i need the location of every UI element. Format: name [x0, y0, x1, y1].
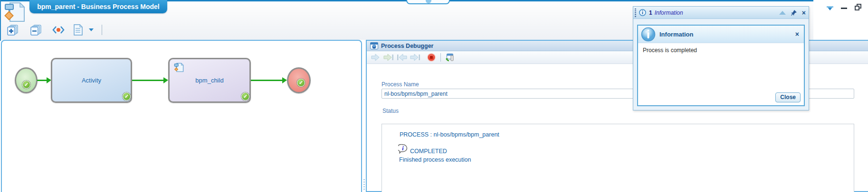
notification-title: Information [655, 9, 683, 16]
end-event-node[interactable]: ✓ [287, 67, 311, 93]
information-message: Process is completed [638, 43, 804, 57]
panel-splitter[interactable] [362, 40, 366, 192]
model-toolbar [5, 23, 102, 37]
notification-titlebar[interactable]: 1 Information × [633, 7, 809, 19]
run-arrow-icon [371, 54, 380, 61]
notification-window: 1 Information × [633, 6, 809, 110]
debug-run-button[interactable] [370, 52, 381, 63]
flow-arrowhead-icon [163, 77, 168, 83]
flow-connector [37, 80, 48, 81]
process-model-canvas[interactable]: ✓ Activity ✓ bpm_child ✓ ✓ [1, 40, 362, 192]
process-name-label: Process Name [382, 81, 419, 88]
flow-connector [251, 80, 283, 81]
toolbar-separator [102, 25, 102, 35]
restore-front-square [855, 6, 859, 10]
flow-arrowhead-icon [282, 77, 287, 83]
debugger-title: Process Debugger [381, 43, 433, 49]
tab-title: bpm_parent - Business Process Model [37, 3, 160, 10]
pin-icon[interactable] [791, 9, 797, 16]
pages-minus-icon [29, 24, 42, 36]
validate-model-button[interactable] [50, 23, 67, 37]
document-report-icon [73, 24, 83, 36]
close-button[interactable]: Close [775, 92, 801, 102]
notification-count: 1 [649, 9, 652, 16]
completed-check-icon: ✓ [241, 92, 249, 101]
panel-collapse-handle[interactable] [406, 0, 450, 4]
debugger-toolbar-separator [440, 53, 441, 62]
dropdown-caret-icon [89, 28, 94, 31]
subprocess-node-label: bpm_child [195, 77, 223, 84]
completed-check-icon: ✓ [22, 81, 30, 89]
debug-stop-button[interactable] [426, 52, 437, 63]
splitter-grip-icon [363, 179, 365, 191]
report-button[interactable] [71, 23, 85, 37]
minimize-icon[interactable] [841, 8, 847, 9]
status-process-line: PROCESS : nl-bos/bpms/bpm_parent [400, 131, 499, 138]
debug-step-into-button[interactable] [396, 52, 408, 63]
completed-check-icon: ✓ [123, 92, 131, 101]
stop-icon [427, 53, 436, 62]
info-circle-icon [639, 9, 646, 16]
angle-dot-validate-icon [52, 25, 65, 35]
zoom-in-button[interactable] [5, 23, 20, 37]
collapse-handle-knob-icon [426, 0, 431, 3]
pages-plus-icon [6, 24, 19, 36]
status-log-box: PROCESS : nl-bos/bpms/bpm_parent i COMPL… [382, 124, 854, 192]
close-icon[interactable]: × [802, 9, 806, 16]
debug-step-over-button[interactable] [383, 52, 394, 63]
info-bubble-icon: i [398, 144, 408, 155]
start-event-node[interactable]: ✓ [15, 67, 38, 93]
window-menu-caret-icon[interactable] [827, 6, 833, 10]
information-dialog: Information × Process is completed Close [637, 25, 805, 106]
step-return-arrow-icon [410, 54, 420, 61]
zoom-out-button[interactable] [28, 23, 44, 37]
status-state-text: COMPLETED [410, 148, 447, 155]
dialog-close-icon[interactable]: × [795, 31, 799, 37]
information-dialog-header: Information × [638, 26, 804, 43]
information-dialog-title: Information [659, 31, 694, 38]
collapse-up-icon[interactable] [779, 11, 786, 15]
step-into-arrow-icon [397, 54, 407, 61]
restore-window-icon[interactable] [855, 4, 861, 10]
window-left-border [0, 0, 1, 41]
report-dropdown-button[interactable] [85, 23, 95, 37]
status-label: Status [382, 108, 399, 114]
refresh-view-icon [445, 53, 455, 62]
status-detail-text: Finished process execution [399, 156, 471, 163]
flow-connector [132, 80, 164, 81]
debug-refresh-view-button[interactable] [444, 52, 456, 63]
debugger-window-icon [370, 42, 378, 49]
activity-node[interactable]: Activity ✓ [51, 58, 132, 103]
bpm-document-icon [4, 2, 26, 24]
tab-bpm-parent[interactable]: bpm_parent - Business Process Model [29, 0, 167, 13]
titlebar-grip-icon [635, 9, 636, 17]
subprocess-marker-icon [174, 63, 184, 74]
completed-check-icon: ✓ [297, 79, 305, 87]
step-over-arrow-icon [383, 54, 394, 61]
information-icon [641, 27, 656, 42]
activity-node-label: Activity [82, 77, 101, 84]
subprocess-node-bpm-child[interactable]: bpm_child ✓ [168, 58, 251, 103]
debug-step-return-button[interactable] [410, 52, 421, 63]
